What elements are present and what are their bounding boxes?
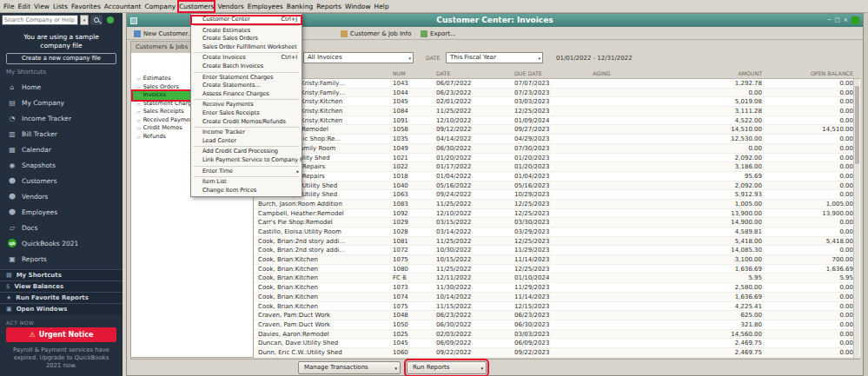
table-row[interactable]: Abercrombie, Kristy:Kitchen109112/10/202… — [254, 116, 860, 126]
sidebar-item-income-tracker[interactable]: ◔Income Tracker — [0, 110, 123, 126]
table-row[interactable]: Cook, Brian:Kitchen107511/15/202212/15/2… — [254, 302, 860, 312]
menu-item-customer-center[interactable]: Customer CenterCtrl+J — [191, 16, 301, 24]
table-scrollbar[interactable] — [853, 79, 859, 358]
column-header-date[interactable]: DATE — [436, 68, 510, 79]
column-header-due-date[interactable]: DUE DATE — [514, 68, 588, 79]
menu-view[interactable]: View — [32, 0, 51, 13]
sidebar-item-reports[interactable]: ▣Reports — [0, 251, 123, 267]
table-row[interactable]: Davies, Aaron:Remodel102502/03/202203/03… — [254, 330, 860, 340]
transaction-type-received-payments[interactable]: ▱Received Payments — [133, 116, 196, 125]
table-row[interactable]: Abercrombie, Kristy:Family Room104406/23… — [254, 89, 860, 98]
menu-item-create-estimates[interactable]: Create Estimates — [191, 27, 301, 36]
table-row[interactable]: Craven, Pam:Duct Work104806/23/202206/23… — [254, 311, 860, 320]
transaction-type-statement-charges[interactable]: ▱Statement Charges — [133, 100, 196, 109]
customer-job-info-button[interactable]: Customer & Job Info — [341, 28, 411, 39]
transaction-type-sales-orders[interactable]: ▱Sales Orders — [133, 83, 196, 92]
menu-lists[interactable]: Lists — [51, 0, 70, 13]
minimize-icon[interactable]: ─ — [827, 14, 831, 27]
menu-banking[interactable]: Banking — [285, 0, 315, 13]
table-row[interactable]: Craven, Pam:Duct Work105006/30/202206/30… — [254, 320, 860, 330]
table-row[interactable]: Cook, Brian:Kitchen107410/14/202211/14/2… — [254, 293, 860, 302]
menu-item-sales-order-fulfillment-worksheet[interactable]: Sales Order Fulfillment Worksheet — [191, 43, 301, 52]
menu-employees[interactable]: Employees — [246, 0, 285, 13]
table-row[interactable]: Abercrombie, Kristy:Family Room104306/07… — [254, 79, 860, 89]
transaction-type-invoices[interactable]: ▱Invoices — [133, 91, 196, 100]
sidebar-section-open-windows[interactable]: ▣Open Windows — [0, 303, 123, 314]
menu-file[interactable]: File — [2, 0, 17, 13]
sidebar-item-snapshots[interactable]: ◉Snapshots — [0, 157, 123, 173]
table-row[interactable]: Babcock's Music Shop:Remodel103504/14/20… — [254, 135, 860, 144]
menu-favorites[interactable]: Favorites — [70, 0, 103, 13]
menu-item-create-credit-memos-refunds[interactable]: Create Credit Memos/Refunds — [191, 118, 301, 127]
menu-item-create-invoices[interactable]: Create InvoicesCtrl+I — [191, 54, 301, 63]
menu-edit[interactable]: Edit — [17, 0, 33, 13]
restore-icon[interactable]: □ — [834, 14, 839, 27]
new-customer-button[interactable]: New Customer... — [134, 28, 194, 39]
table-row[interactable]: Bristol, Sonya:Utility Shed106309/24/202… — [254, 190, 860, 200]
transaction-type-sales-receipts[interactable]: ▱Sales Receipts — [133, 108, 196, 116]
table-row[interactable]: Barley, Renee:Repairs102201/17/202201/20… — [254, 162, 860, 172]
sidebar-section-my-shortcuts[interactable]: ▤My Shortcuts — [0, 269, 123, 280]
table-row[interactable]: Abercrombie, Kristy:Kitchen108411/25/202… — [254, 107, 860, 116]
sidebar-item-my-company[interactable]: ▤My Company — [0, 95, 123, 110]
table-row[interactable]: Burch, Jason:Room Addition108311/25/2022… — [254, 200, 860, 209]
sidebar-item-vendors[interactable]: ☻Vendors — [0, 188, 123, 204]
menu-item-enter-statement-charges[interactable]: Enter Statement Charges — [191, 74, 301, 82]
table-row[interactable]: Cook, Brian:KitchenFC 612/11/202201/10/2… — [254, 274, 860, 283]
menu-item-create-batch-invoices[interactable]: Create Batch Invoices — [191, 63, 301, 71]
column-header-amount[interactable]: AMOUNT — [640, 68, 762, 79]
create-company-button[interactable]: Create a new company file — [6, 53, 116, 64]
sidebar-section-run-favorite-reports[interactable]: ★Run Favorite Reports — [0, 292, 123, 303]
transaction-type-credit-memos[interactable]: ▱Credit Memos — [133, 124, 196, 133]
export-button[interactable]: Export... — [421, 28, 456, 39]
menu-vendors[interactable]: Vendors — [215, 0, 245, 13]
table-row[interactable]: Bristol, Sonya:Repairs101801/04/202201/0… — [254, 172, 860, 181]
column-header-num[interactable]: NUM — [393, 68, 432, 79]
menu-item-enter-sales-receipts[interactable]: Enter Sales Receipts — [191, 109, 301, 118]
table-row[interactable]: Cook, Brian:Kitchen107311/30/202211/29/2… — [254, 283, 860, 293]
table-row[interactable]: Cook, Brian:2nd story addition108111/25/… — [254, 237, 860, 247]
column-header-aging[interactable]: AGING — [593, 68, 636, 79]
scrollbar-thumb[interactable] — [855, 86, 859, 164]
menu-item-create-statements[interactable]: Create Statements... — [191, 82, 301, 90]
menu-item-item-list[interactable]: Item List — [191, 178, 301, 187]
table-row[interactable]: Dunn, Eric C.W.:Utility Shed106009/22/20… — [254, 348, 860, 358]
menu-item-add-credit-card-processing[interactable]: Add Credit Card Processing — [191, 148, 301, 156]
table-row[interactable]: Balak, Mike:Utility Shed102101/20/202201… — [254, 154, 860, 163]
close-icon[interactable]: × — [844, 14, 848, 27]
menu-item-link-payment-service-to-company-file[interactable]: Link Payment Service to Company File — [191, 156, 301, 165]
table-row[interactable]: Carr's Pie Shop:Remodel102903/15/202203/… — [254, 218, 860, 228]
qb-green-icon[interactable] — [851, 16, 859, 24]
pin-icon[interactable] — [107, 16, 114, 23]
table-row[interactable]: Duncan, Dave:Utility Shed104506/09/20220… — [254, 339, 860, 348]
manage-transactions-button[interactable]: Manage Transactions ▾ — [298, 361, 401, 374]
table-row[interactable]: Baker, Chris:Family Room104906/30/202207… — [254, 144, 860, 154]
menu-item-enter-time[interactable]: Enter Time▸ — [191, 168, 301, 176]
table-row[interactable]: Allard, Robert:Remodel105809/12/202209/2… — [254, 125, 860, 135]
menu-window[interactable]: Window — [343, 0, 373, 13]
date-filter-dropdown[interactable]: This Fiscal Year ▾ — [446, 52, 543, 63]
search-dropdown-arrow-icon[interactable]: ▾ — [80, 15, 89, 25]
table-row[interactable]: Cook, Brian:2nd story addition107210/30/… — [254, 246, 860, 255]
table-row[interactable]: Campbell, Heather:Remodel109212/10/20221… — [254, 209, 860, 219]
sidebar-item-customers[interactable]: ☻Customers — [0, 173, 123, 188]
table-row[interactable]: Cook, Brian:Kitchen107510/15/202211/14/2… — [254, 255, 860, 265]
column-header-open-balance[interactable]: OPEN BALANCE — [766, 68, 853, 79]
sidebar-item-home[interactable]: ⌂Home — [0, 79, 123, 95]
transaction-type-estimates[interactable]: ▱Estimates — [133, 75, 196, 83]
sidebar-item-docs[interactable]: ▱Docs — [0, 220, 123, 235]
menu-item-lead-center[interactable]: Lead Center — [191, 137, 301, 146]
urgent-notice-button[interactable]: ⚠ Urgent Notice — [6, 327, 116, 342]
menu-item-income-tracker[interactable]: Income Tracker — [191, 129, 301, 137]
sidebar-item-quickbooks-2021[interactable]: qbQuickBooks 2021 — [0, 235, 123, 251]
sidebar-item-calendar[interactable]: ▦Calendar — [0, 142, 123, 157]
menu-accountant[interactable]: Accountant — [103, 0, 143, 13]
transaction-type-refunds[interactable]: ▱Refunds — [133, 133, 196, 142]
sidebar-section-view-balances[interactable]: $View Balances — [0, 280, 123, 292]
tab-customers-jobs[interactable]: Customers & Jobs — [131, 42, 193, 53]
table-row[interactable]: Castillo, Eloisa:Utility Room102803/14/2… — [254, 228, 860, 237]
search-input[interactable] — [2, 15, 78, 25]
menu-customers[interactable]: Customers — [177, 0, 215, 13]
table-row[interactable]: Abercrombie, Kristy:Kitchen104502/01/202… — [254, 97, 860, 107]
menu-company[interactable]: Company — [142, 0, 177, 13]
